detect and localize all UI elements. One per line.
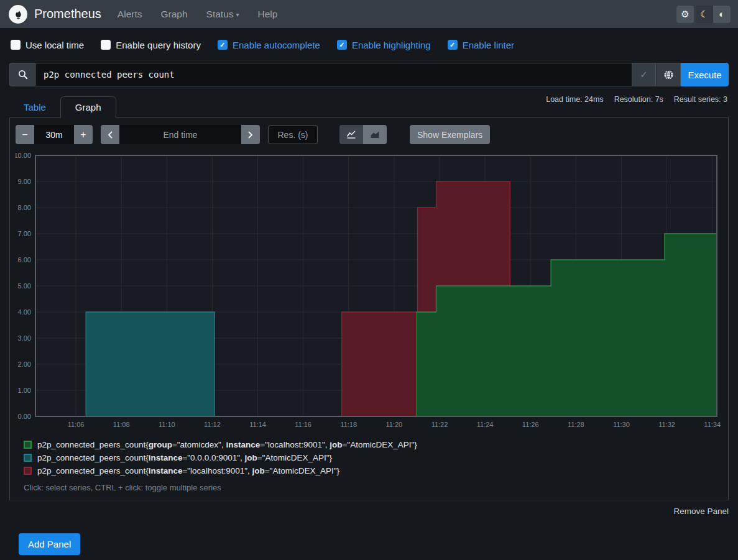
options-row: ✓Use local time✓Enable query history✓Ena… (11, 37, 729, 53)
svg-text:7.00: 7.00 (18, 230, 31, 237)
svg-text:3.00: 3.00 (18, 334, 31, 342)
svg-text:11:14: 11:14 (249, 421, 266, 428)
duration-input[interactable] (34, 125, 74, 144)
option-label: Enable linter (463, 40, 514, 50)
query-stats: Load time: 24ms Resolution: 7s Result se… (546, 95, 727, 104)
checkbox-unchecked-icon[interactable]: ✓ (11, 40, 21, 50)
theme-button-group: ⚙ ☾ ◐ (676, 6, 731, 23)
tabs-row: Table Graph Load time: 24ms Resolution: … (9, 95, 729, 117)
svg-text:11:32: 11:32 (658, 421, 675, 428)
nav-link-status[interactable]: Status▾ (206, 9, 239, 20)
legend-item[interactable]: p2p_connected_peers_count{group="atomicd… (24, 440, 722, 449)
option-label: Enable query history (116, 40, 201, 50)
svg-text:11:24: 11:24 (477, 421, 494, 428)
chevron-left-icon (107, 131, 113, 139)
nav-link-alerts[interactable]: Alerts (118, 9, 142, 20)
legend-item[interactable]: p2p_connected_peers_count{instance="0.0.… (24, 453, 722, 462)
option-enable-autocomplete[interactable]: ✓Enable autocomplete (218, 40, 320, 50)
stat-load-time: Load time: 24ms (546, 95, 603, 104)
execute-button[interactable]: Execute (681, 63, 729, 86)
remove-panel-link[interactable]: Remove Panel (673, 507, 729, 516)
duration-group: − + (16, 125, 93, 144)
legend-hint: Click: select series, CTRL + click: togg… (24, 483, 722, 492)
graph-canvas[interactable]: 0.001.002.003.004.005.006.007.008.009.00… (16, 150, 721, 431)
svg-text:11:18: 11:18 (340, 421, 357, 428)
graph-controls: − + Show E (16, 125, 722, 144)
brand[interactable]: Prometheus (9, 5, 101, 24)
svg-text:5.00: 5.00 (18, 282, 31, 290)
checkbox-checked-icon[interactable]: ✓ (337, 40, 347, 50)
option-label: Enable autocomplete (233, 40, 320, 50)
svg-text:10.00: 10.00 (16, 152, 31, 159)
prometheus-logo-icon (9, 5, 27, 24)
dark-theme-button[interactable]: ☾ (696, 6, 713, 23)
validate-button[interactable]: ✓ (632, 63, 656, 86)
nav-link-graph[interactable]: Graph (160, 9, 187, 20)
tab-graph[interactable]: Graph (60, 96, 116, 118)
line-chart-icon (346, 130, 356, 139)
check-icon: ✓ (640, 69, 648, 80)
legend-swatch (24, 467, 32, 475)
option-enable-highlighting[interactable]: ✓Enable highlighting (337, 40, 431, 50)
search-icon (18, 70, 28, 80)
line-chart-toggle-button[interactable] (339, 125, 363, 144)
legend-item[interactable]: p2p_connected_peers_count{instance="loca… (24, 466, 722, 475)
stacked-chart-toggle-button[interactable] (363, 125, 387, 144)
metrics-explorer-button[interactable] (656, 63, 681, 86)
stacked-chart-icon (370, 130, 380, 139)
add-panel-button[interactable]: Add Panel (19, 533, 80, 555)
checkbox-checked-icon[interactable]: ✓ (448, 40, 458, 50)
svg-text:4.00: 4.00 (18, 308, 31, 316)
chevron-right-icon (247, 131, 254, 139)
show-exemplars-button[interactable]: Show Exemplars (410, 125, 490, 144)
duration-decrease-button[interactable]: − (16, 125, 34, 144)
svg-text:8.00: 8.00 (18, 204, 31, 211)
option-enable-query-history[interactable]: ✓Enable query history (101, 40, 201, 50)
checkbox-unchecked-icon[interactable]: ✓ (101, 40, 111, 50)
search-addon (9, 63, 35, 86)
svg-text:11:08: 11:08 (113, 421, 130, 428)
svg-text:11:20: 11:20 (386, 421, 403, 428)
svg-text:11:26: 11:26 (522, 421, 539, 428)
resolution-input[interactable] (268, 125, 318, 144)
stat-resolution: Resolution: 7s (614, 95, 663, 104)
option-use-local-time[interactable]: ✓Use local time (11, 40, 84, 50)
end-time-group (101, 125, 260, 144)
chevron-down-icon: ▾ (236, 11, 239, 18)
svg-text:11:12: 11:12 (204, 421, 221, 428)
legend-label: p2p_connected_peers_count{group="atomicd… (37, 440, 417, 449)
duration-increase-button[interactable]: + (74, 125, 93, 144)
svg-text:11:16: 11:16 (295, 421, 311, 428)
graph-panel: − + Show E (9, 117, 729, 500)
gear-icon: ⚙ (681, 9, 689, 20)
end-time-forward-button[interactable] (241, 125, 260, 144)
option-label: Enable highlighting (352, 40, 431, 50)
svg-text:11:28: 11:28 (568, 421, 584, 428)
nav-links: Alerts Graph Status▾ Help (118, 9, 676, 20)
checkbox-checked-icon[interactable]: ✓ (218, 40, 228, 50)
end-time-back-button[interactable] (101, 125, 119, 144)
svg-text:11:22: 11:22 (431, 421, 448, 428)
chart-type-toggle (339, 125, 387, 144)
svg-text:11:06: 11:06 (68, 421, 85, 428)
tab-table[interactable]: Table (9, 97, 60, 117)
legend-label: p2p_connected_peers_count{instance="loca… (37, 466, 339, 475)
globe-icon (663, 70, 674, 80)
svg-text:2.00: 2.00 (18, 360, 31, 368)
option-enable-linter[interactable]: ✓Enable linter (448, 40, 514, 50)
nav-link-help[interactable]: Help (258, 9, 278, 20)
legend-swatch (24, 454, 32, 462)
svg-text:6.00: 6.00 (18, 256, 31, 264)
svg-text:1.00: 1.00 (18, 387, 31, 394)
navbar: Prometheus Alerts Graph Status▾ Help ⚙ ☾… (0, 0, 738, 28)
query-input[interactable] (35, 63, 632, 86)
legend-swatch (24, 441, 32, 449)
svg-text:11:10: 11:10 (159, 421, 175, 428)
brand-title: Prometheus (34, 7, 101, 21)
end-time-input[interactable] (119, 125, 241, 144)
svg-text:11:34: 11:34 (704, 421, 721, 428)
auto-theme-button[interactable]: ◐ (713, 6, 731, 23)
settings-button[interactable]: ⚙ (676, 6, 694, 23)
svg-text:0.00: 0.00 (18, 413, 31, 420)
query-bar: ✓ Execute (9, 63, 729, 86)
